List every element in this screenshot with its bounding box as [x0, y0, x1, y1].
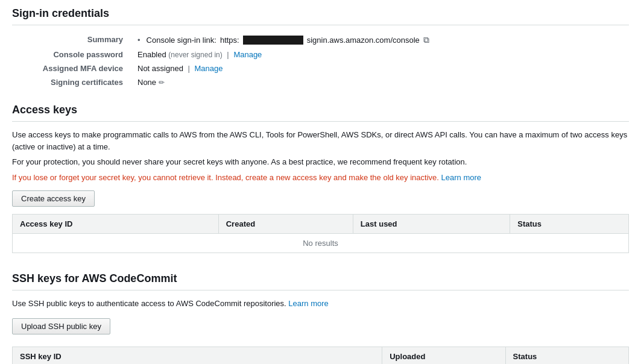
ssh-key-uploaded-header: Uploaded: [382, 347, 505, 364]
access-key-id-header: Access key ID: [13, 215, 219, 234]
console-link-redacted: [243, 36, 303, 45]
access-keys-warning: If you lose or forget your secret key, y…: [12, 172, 629, 184]
ssh-keys-table: SSH key ID Uploaded Status: [12, 347, 629, 365]
pencil-icon[interactable]: ✏: [159, 78, 165, 87]
console-password-note: (never signed in): [168, 51, 222, 59]
pipe-2: |: [188, 64, 190, 73]
ssh-keys-learn-more[interactable]: Learn more: [288, 299, 328, 308]
ssh-key-status-header: Status: [505, 347, 628, 364]
mfa-value: Not assigned | Manage: [133, 61, 629, 75]
access-keys-table: Access key ID Created Last used Status: [12, 214, 629, 234]
summary-table: Summary • Console sign-in link: https: s…: [12, 33, 629, 89]
access-keys-title: Access keys: [12, 96, 629, 122]
summary-label: Summary: [12, 33, 133, 48]
access-keys-description1: Use access keys to make programmatic cal…: [12, 129, 629, 152]
access-key-status-header: Status: [510, 215, 629, 234]
copy-icon[interactable]: ⧉: [423, 35, 429, 45]
pipe-1: |: [227, 50, 229, 59]
mfa-label: Assigned MFA device: [12, 61, 133, 75]
ssh-key-id-header: SSH key ID: [13, 347, 382, 364]
console-password-value: Enabled (never signed in) | Manage: [133, 48, 629, 61]
access-keys-description2: For your protection, you should never sh…: [12, 156, 629, 168]
console-password-manage-link[interactable]: Manage: [233, 50, 262, 59]
page-title: Sign-in credentials: [12, 0, 629, 25]
access-key-last-used-header: Last used: [353, 215, 510, 234]
access-keys-learn-more[interactable]: Learn more: [441, 173, 481, 182]
upload-ssh-key-button[interactable]: Upload SSH public key: [12, 318, 110, 334]
console-password-status: Enabled: [137, 50, 166, 59]
console-link-label: Console sign-in link:: [147, 36, 216, 45]
summary-value: • Console sign-in link: https: signin.aw…: [133, 33, 629, 48]
console-link-prefix: https:: [220, 36, 239, 45]
bullet-icon: •: [137, 36, 141, 45]
console-link-suffix: signin.aws.amazon.com/console: [307, 36, 420, 45]
create-access-key-button[interactable]: Create access key: [12, 190, 95, 207]
access-key-created-header: Created: [218, 215, 353, 234]
signing-certs-value: None ✏: [133, 75, 629, 89]
access-keys-no-results: No results: [12, 234, 629, 253]
ssh-keys-title: SSH keys for AWS CodeCommit: [12, 265, 629, 290]
console-password-label: Console password: [12, 48, 133, 61]
ssh-keys-section: SSH keys for AWS CodeCommit Use SSH publ…: [12, 265, 629, 364]
access-keys-section: Access keys Use access keys to make prog…: [12, 96, 629, 253]
signing-certs-label: Signing certificates: [12, 75, 133, 89]
ssh-keys-description: Use SSH public keys to authenticate acce…: [12, 298, 629, 310]
mfa-manage-link[interactable]: Manage: [195, 64, 223, 73]
mfa-status: Not assigned: [137, 64, 183, 73]
signing-certs-none: None: [137, 78, 156, 87]
